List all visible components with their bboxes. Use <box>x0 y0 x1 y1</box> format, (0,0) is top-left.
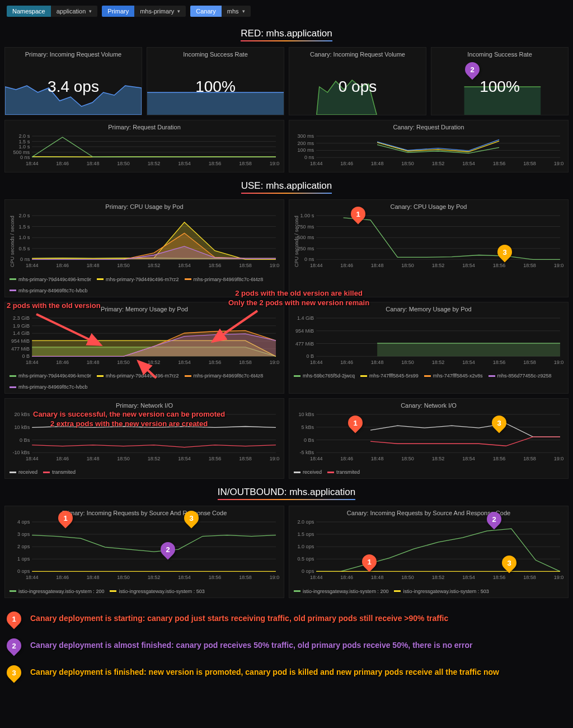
svg-line-80 <box>36 314 101 345</box>
svg-text:18:44: 18:44 <box>26 161 39 166</box>
svg-text:18:50: 18:50 <box>401 263 414 269</box>
svg-text:2.0 ops: 2.0 ops <box>298 520 314 525</box>
primary-filter[interactable]: Primary mhs-primary <box>102 6 186 17</box>
panel-primary-volume[interactable]: Primary: Incoming Request Volume 3.4 ops <box>4 47 142 115</box>
legend-item[interactable]: mhs-primary-84969f8c7c-6t4z8 <box>185 277 264 282</box>
panel-primary-req[interactable]: Primary: Incoming Requests by Source And… <box>4 506 284 598</box>
legend-item[interactable]: istio-ingressgateway.istio-system : 200 <box>294 589 388 594</box>
svg-text:0 ns: 0 ns <box>20 155 30 160</box>
svg-text:18:44: 18:44 <box>26 360 39 365</box>
svg-text:19:00: 19:00 <box>554 456 563 461</box>
legend-item[interactable]: mhs-747fff5845-5rs99 <box>360 373 419 379</box>
svg-text:18:46: 18:46 <box>56 575 69 581</box>
svg-text:18:44: 18:44 <box>26 575 39 581</box>
svg-text:18:54: 18:54 <box>178 360 191 365</box>
svg-rect-0 <box>147 92 284 115</box>
panel-canary-success[interactable]: Incoming Success Rate 100% 2 <box>431 47 569 115</box>
primary-value[interactable]: mhs-primary <box>134 6 186 17</box>
svg-text:18:56: 18:56 <box>209 263 222 269</box>
svg-text:500 ms: 500 ms <box>298 235 314 240</box>
legend-item[interactable]: received <box>10 469 37 475</box>
svg-text:18:48: 18:48 <box>87 263 100 269</box>
panel-canary-cpu[interactable]: Canary: CPU Usage by Pod 0 ns250 ms500 m… <box>289 199 569 297</box>
svg-text:18:52: 18:52 <box>148 263 161 269</box>
section-use: USE: mhs.application <box>0 175 573 197</box>
legend-item[interactable]: istio-ingressgateway.istio-system : 503 <box>394 589 489 594</box>
explain-3: Canary deployment is finished: new versi… <box>30 667 499 678</box>
legend-item[interactable]: mhs-primary-84969f8c7c-6t4z8 <box>185 373 264 379</box>
svg-text:18:44: 18:44 <box>310 456 323 461</box>
svg-text:18:52: 18:52 <box>148 161 161 166</box>
legend-item[interactable]: mhs-primary-84969f8c7c-lvbcb <box>10 288 88 293</box>
svg-text:0 ns: 0 ns <box>20 257 30 263</box>
filter-bar: Namespace application Primary mhs-primar… <box>0 0 573 22</box>
legend-item[interactable]: istio-ingressgateway.istio-system : 200 <box>10 589 104 594</box>
svg-text:10 kBs: 10 kBs <box>15 424 30 430</box>
svg-text:18:50: 18:50 <box>117 263 130 269</box>
legend-item[interactable]: mhs-primary-79d449c496-m7rz2 <box>97 277 179 282</box>
panel-canary-mem[interactable]: Canary: Memory Usage by Pod 0 B477 MiB95… <box>289 302 569 394</box>
svg-text:0 B: 0 B <box>307 353 314 359</box>
panel-primary-success[interactable]: Incoming Success Rate 100% <box>147 47 284 115</box>
panel-canary-req[interactable]: Canary: Incoming Requests by Source And … <box>289 506 569 598</box>
legend-item[interactable]: mhs-primary-79d449c496-kmc9r <box>10 373 91 379</box>
svg-text:18:46: 18:46 <box>340 360 353 365</box>
svg-text:18:56: 18:56 <box>209 575 222 581</box>
svg-text:18:44: 18:44 <box>310 575 323 581</box>
legend-item[interactable]: mhs-primary-84969f8c7c-lvbcb <box>10 384 88 390</box>
svg-text:19:00: 19:00 <box>554 575 563 581</box>
panel-canary-duration[interactable]: Canary: Request Duration 0 ns100 ms200 m… <box>289 120 569 172</box>
namespace-filter[interactable]: Namespace application <box>7 6 97 17</box>
legend-item[interactable]: mhs-747fff5845-x2v8s <box>424 373 483 379</box>
svg-text:0 ns: 0 ns <box>304 155 314 160</box>
svg-text:18:44: 18:44 <box>310 263 323 269</box>
svg-text:1.0 s: 1.0 s <box>19 144 30 150</box>
svg-text:18:52: 18:52 <box>148 456 161 461</box>
svg-text:18:56: 18:56 <box>209 161 222 166</box>
panel-primary-cpu[interactable]: Primary: CPU Usage by Pod 0 ns0.5 s1.0 s… <box>4 199 284 297</box>
svg-text:0 B: 0 B <box>22 353 30 359</box>
svg-text:18:58: 18:58 <box>523 360 536 365</box>
stat-value: 0 ops <box>339 78 377 96</box>
legend-item[interactable]: transmited <box>43 469 76 475</box>
svg-text:19:00: 19:00 <box>270 456 279 461</box>
namespace-value[interactable]: application <box>51 6 98 17</box>
panel-primary-duration[interactable]: Primary: Request Duration 0 ns500 ms1.0 … <box>4 120 284 172</box>
svg-text:18:58: 18:58 <box>239 456 252 461</box>
stat-value: 100% <box>195 78 236 96</box>
svg-text:18:52: 18:52 <box>148 575 161 581</box>
explain-2: Canary deployment is almost finished: ca… <box>30 640 473 651</box>
svg-text:CPU seconds / second: CPU seconds / second <box>294 216 299 268</box>
legend-item[interactable]: mhs-856d77455c-z9258 <box>489 373 552 379</box>
svg-text:18:50: 18:50 <box>401 360 414 365</box>
legend-item[interactable]: transmited <box>327 469 360 475</box>
svg-text:18:54: 18:54 <box>178 456 191 461</box>
canary-value[interactable]: mhs <box>222 6 251 17</box>
svg-text:18:58: 18:58 <box>239 263 252 269</box>
svg-text:18:44: 18:44 <box>26 263 39 269</box>
legend-item[interactable]: mhs-59bc765f5d-2jwcq <box>294 373 355 379</box>
explain-1: Canary deployment is starting: canary po… <box>30 613 448 624</box>
svg-text:0.5 s: 0.5 s <box>19 246 30 251</box>
svg-text:5 kBs: 5 kBs <box>302 424 314 430</box>
svg-text:750 ms: 750 ms <box>298 224 314 230</box>
svg-text:18:50: 18:50 <box>401 161 414 166</box>
legend-item[interactable]: istio-ingressgateway.istio-system : 503 <box>110 589 204 594</box>
svg-text:18:46: 18:46 <box>340 263 353 269</box>
svg-text:20 kBs: 20 kBs <box>15 412 30 417</box>
svg-line-103 <box>138 361 156 378</box>
svg-text:18:58: 18:58 <box>523 161 536 166</box>
legend-item[interactable]: mhs-primary-79d449c496-kmc9r <box>10 277 91 282</box>
svg-text:1.0 s: 1.0 s <box>19 235 30 240</box>
panel-canary-volume[interactable]: Canary: Incoming Request Volume 0 ops <box>289 47 426 115</box>
svg-text:18:48: 18:48 <box>371 161 384 166</box>
svg-text:1.9 GiB: 1.9 GiB <box>13 323 30 328</box>
legend-item[interactable]: received <box>294 469 322 475</box>
svg-text:18:44: 18:44 <box>310 161 323 166</box>
panel-canary-net[interactable]: Canary: Network I/O -5 kBs0 Bs5 kBs10 kB… <box>289 398 569 479</box>
svg-text:18:54: 18:54 <box>178 575 191 581</box>
panel-primary-net[interactable]: Primary: Network I/O -10 kBs0 Bs10 kBs20… <box>4 398 284 479</box>
stat-value: 3.4 ops <box>48 78 99 96</box>
canary-filter[interactable]: Canary mhs <box>190 6 250 17</box>
svg-text:1.0 ops: 1.0 ops <box>298 544 314 550</box>
